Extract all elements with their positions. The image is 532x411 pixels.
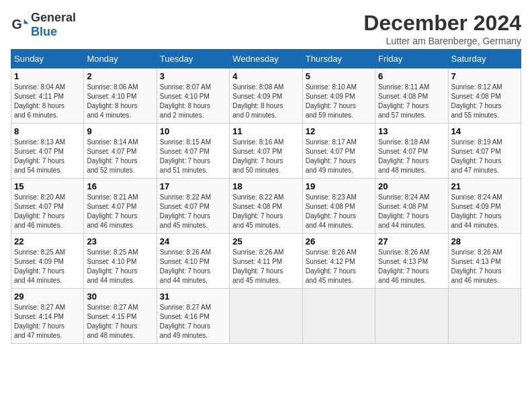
table-row: 31 Sunrise: 8:27 AMSunset: 4:16 PMDaylig…: [157, 289, 229, 344]
day-info: Sunrise: 8:26 AMSunset: 4:12 PMDaylight:…: [306, 248, 372, 285]
day-number: 26: [306, 236, 372, 246]
table-row: 27 Sunrise: 8:26 AMSunset: 4:13 PMDaylig…: [375, 234, 448, 289]
table-row: 5 Sunrise: 8:10 AMSunset: 4:09 PMDayligh…: [302, 68, 375, 124]
logo-icon: G: [11, 15, 30, 34]
day-number: 10: [160, 126, 226, 136]
day-info: Sunrise: 8:22 AMSunset: 4:07 PMDaylight:…: [160, 193, 226, 230]
day-number: 21: [451, 181, 518, 191]
svg-marker-1: [24, 19, 29, 24]
day-info: Sunrise: 8:26 AMSunset: 4:13 PMDaylight:…: [378, 248, 445, 285]
day-info: Sunrise: 8:07 AMSunset: 4:10 PMDaylight:…: [160, 83, 226, 120]
table-row: 25 Sunrise: 8:26 AMSunset: 4:11 PMDaylig…: [230, 234, 302, 289]
day-number: 16: [87, 181, 153, 191]
day-number: 1: [14, 71, 81, 81]
table-row: 7 Sunrise: 8:12 AMSunset: 4:08 PMDayligh…: [448, 68, 521, 124]
day-number: 31: [160, 291, 226, 302]
day-info: Sunrise: 8:12 AMSunset: 4:08 PMDaylight:…: [451, 83, 518, 120]
table-row: 26 Sunrise: 8:26 AMSunset: 4:12 PMDaylig…: [302, 234, 375, 289]
day-info: Sunrise: 8:27 AMSunset: 4:14 PMDaylight:…: [14, 303, 81, 340]
table-row: 22 Sunrise: 8:25 AMSunset: 4:09 PMDaylig…: [11, 234, 84, 289]
day-info: Sunrise: 8:08 AMSunset: 4:09 PMDaylight:…: [232, 83, 299, 120]
table-row: 24 Sunrise: 8:26 AMSunset: 4:10 PMDaylig…: [157, 234, 229, 289]
location-subtitle: Lutter am Barenberge, Germany: [363, 36, 521, 46]
table-row: [230, 289, 302, 344]
table-row: [302, 289, 375, 344]
day-info: Sunrise: 8:26 AMSunset: 4:10 PMDaylight:…: [160, 248, 226, 285]
day-number: 17: [160, 181, 226, 191]
day-info: Sunrise: 8:26 AMSunset: 4:11 PMDaylight:…: [232, 248, 299, 285]
logo-general-text: General: [31, 11, 76, 24]
logo: G General Blue: [11, 11, 76, 39]
day-info: Sunrise: 8:27 AMSunset: 4:16 PMDaylight:…: [160, 303, 226, 340]
day-number: 19: [306, 181, 372, 191]
day-number: 20: [378, 181, 445, 191]
table-row: 13 Sunrise: 8:18 AMSunset: 4:07 PMDaylig…: [375, 124, 448, 179]
table-row: 23 Sunrise: 8:25 AMSunset: 4:10 PMDaylig…: [84, 234, 157, 289]
table-row: 17 Sunrise: 8:22 AMSunset: 4:07 PMDaylig…: [157, 179, 229, 234]
table-row: [448, 289, 521, 344]
day-info: Sunrise: 8:19 AMSunset: 4:07 PMDaylight:…: [451, 138, 518, 175]
day-info: Sunrise: 8:27 AMSunset: 4:15 PMDaylight:…: [87, 303, 153, 340]
table-row: 9 Sunrise: 8:14 AMSunset: 4:07 PMDayligh…: [84, 124, 157, 179]
table-row: 1 Sunrise: 8:04 AMSunset: 4:11 PMDayligh…: [11, 68, 84, 124]
table-row: 19 Sunrise: 8:23 AMSunset: 4:08 PMDaylig…: [302, 179, 375, 234]
table-row: 14 Sunrise: 8:19 AMSunset: 4:07 PMDaylig…: [448, 124, 521, 179]
day-number: 5: [306, 71, 372, 81]
day-info: Sunrise: 8:04 AMSunset: 4:11 PMDaylight:…: [14, 83, 81, 120]
table-row: 16 Sunrise: 8:21 AMSunset: 4:07 PMDaylig…: [84, 179, 157, 234]
month-title: December 2024: [363, 11, 521, 36]
table-row: 12 Sunrise: 8:17 AMSunset: 4:07 PMDaylig…: [302, 124, 375, 179]
header-friday: Friday: [375, 50, 448, 68]
header-monday: Monday: [84, 50, 157, 68]
page-header: G General Blue December 2024 Lutter am B…: [11, 11, 521, 46]
header-sunday: Sunday: [11, 50, 84, 68]
calendar-week-row: 1 Sunrise: 8:04 AMSunset: 4:11 PMDayligh…: [11, 68, 521, 124]
header-saturday: Saturday: [448, 50, 521, 68]
day-info: Sunrise: 8:25 AMSunset: 4:09 PMDaylight:…: [14, 248, 81, 285]
day-info: Sunrise: 8:21 AMSunset: 4:07 PMDaylight:…: [87, 193, 153, 230]
table-row: 4 Sunrise: 8:08 AMSunset: 4:09 PMDayligh…: [230, 68, 302, 124]
day-info: Sunrise: 8:20 AMSunset: 4:07 PMDaylight:…: [14, 193, 81, 230]
day-number: 4: [232, 71, 299, 81]
day-info: Sunrise: 8:13 AMSunset: 4:07 PMDaylight:…: [14, 138, 81, 175]
day-info: Sunrise: 8:14 AMSunset: 4:07 PMDaylight:…: [87, 138, 153, 175]
day-info: Sunrise: 8:16 AMSunset: 4:07 PMDaylight:…: [232, 138, 299, 175]
day-info: Sunrise: 8:11 AMSunset: 4:08 PMDaylight:…: [378, 83, 445, 120]
day-number: 6: [378, 71, 445, 81]
day-number: 11: [232, 126, 299, 136]
table-row: 28 Sunrise: 8:26 AMSunset: 4:13 PMDaylig…: [448, 234, 521, 289]
day-number: 12: [306, 126, 372, 136]
day-number: 13: [378, 126, 445, 136]
table-row: 30 Sunrise: 8:27 AMSunset: 4:15 PMDaylig…: [84, 289, 157, 344]
calendar-week-row: 8 Sunrise: 8:13 AMSunset: 4:07 PMDayligh…: [11, 124, 521, 179]
day-number: 18: [232, 181, 299, 191]
day-number: 27: [378, 236, 445, 246]
title-block: December 2024 Lutter am Barenberge, Germ…: [363, 11, 521, 46]
day-number: 29: [14, 291, 81, 302]
table-row: 20 Sunrise: 8:24 AMSunset: 4:08 PMDaylig…: [375, 179, 448, 234]
table-row: 15 Sunrise: 8:20 AMSunset: 4:07 PMDaylig…: [11, 179, 84, 234]
day-number: 8: [14, 126, 81, 136]
logo-blue-text: Blue: [31, 25, 57, 38]
day-info: Sunrise: 8:17 AMSunset: 4:07 PMDaylight:…: [306, 138, 372, 175]
table-row: 10 Sunrise: 8:15 AMSunset: 4:07 PMDaylig…: [157, 124, 229, 179]
table-row: 18 Sunrise: 8:22 AMSunset: 4:08 PMDaylig…: [230, 179, 302, 234]
table-row: 6 Sunrise: 8:11 AMSunset: 4:08 PMDayligh…: [375, 68, 448, 124]
day-number: 28: [451, 236, 518, 246]
day-info: Sunrise: 8:24 AMSunset: 4:08 PMDaylight:…: [378, 193, 445, 230]
table-row: 2 Sunrise: 8:06 AMSunset: 4:10 PMDayligh…: [84, 68, 157, 124]
calendar-week-row: 22 Sunrise: 8:25 AMSunset: 4:09 PMDaylig…: [11, 234, 521, 289]
header-thursday: Thursday: [302, 50, 375, 68]
svg-text:G: G: [11, 17, 21, 32]
day-info: Sunrise: 8:24 AMSunset: 4:09 PMDaylight:…: [451, 193, 518, 230]
day-info: Sunrise: 8:26 AMSunset: 4:13 PMDaylight:…: [451, 248, 518, 285]
day-number: 9: [87, 126, 153, 136]
header-wednesday: Wednesday: [230, 50, 302, 68]
day-info: Sunrise: 8:15 AMSunset: 4:07 PMDaylight:…: [160, 138, 226, 175]
day-number: 2: [87, 71, 153, 81]
day-info: Sunrise: 8:22 AMSunset: 4:08 PMDaylight:…: [232, 193, 299, 230]
table-row: 3 Sunrise: 8:07 AMSunset: 4:10 PMDayligh…: [157, 68, 229, 124]
calendar-table: Sunday Monday Tuesday Wednesday Thursday…: [11, 49, 521, 344]
day-info: Sunrise: 8:23 AMSunset: 4:08 PMDaylight:…: [306, 193, 372, 230]
day-number: 3: [160, 71, 226, 81]
